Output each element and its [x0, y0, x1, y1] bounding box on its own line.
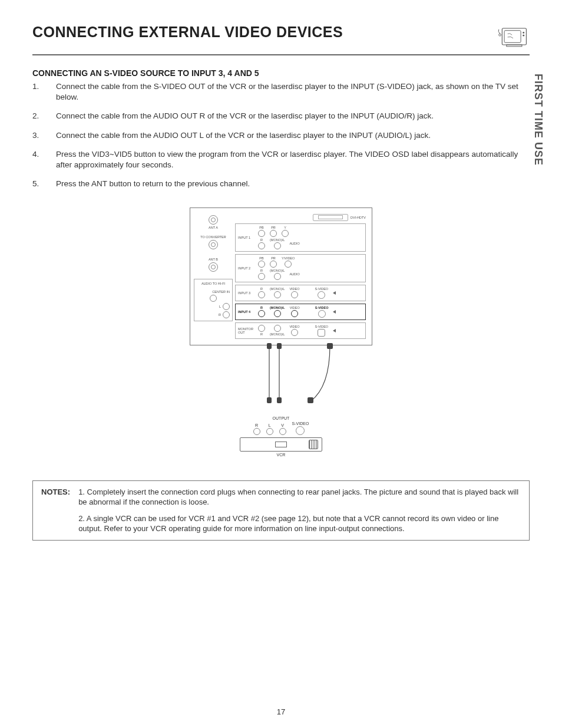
step-text: Connect the cable from the S-VIDEO OUT o…	[56, 81, 530, 103]
step-text: Connect the cable from the AUDIO OUT L o…	[56, 130, 431, 141]
vcr-output-label: OUTPUT	[190, 416, 372, 420]
connection-diagram: ANT A TO CONVERTER ANT B AUDIO TO HI-FI …	[190, 207, 372, 457]
coax-jack-icon	[209, 240, 218, 249]
svg-point-2	[523, 32, 524, 34]
step-text: Connect the cable from the AUDIO OUT R o…	[56, 111, 434, 121]
rca-jack-icon	[223, 311, 230, 318]
input2-panel: INPUT 2 PB PR Y/VIDEO R (MONO)/L	[235, 254, 366, 282]
svg-rect-7	[277, 397, 282, 403]
svg-rect-11	[327, 343, 333, 349]
monitor-out-panel: MONITOR OUT R (MONO)/L VIDEO S-VIDEO	[235, 322, 366, 339]
triangle-left-icon	[333, 329, 336, 332]
page-number: 17	[0, 707, 562, 716]
cable-run-icon	[190, 345, 372, 416]
svg-rect-6	[267, 397, 272, 403]
svideo-jack-icon	[318, 310, 326, 318]
page-title: CONNECTING EXTERNAL VIDEO DEVICES	[32, 24, 343, 41]
vcr-output-jacks: R L V S-VIDEO	[190, 421, 372, 435]
svideo-jack-icon	[318, 291, 325, 299]
vcr-device-icon	[240, 437, 322, 452]
svideo-jack-icon	[296, 426, 305, 435]
rca-jack-icon	[210, 295, 217, 302]
triangle-left-icon	[333, 310, 336, 314]
svg-rect-1	[504, 31, 521, 43]
section-heading: CONNECTING AN S-VIDEO SOURCE TO INPUT 3,…	[32, 68, 530, 78]
coax-jack-icon	[209, 262, 218, 272]
vcr-label: VCR	[190, 453, 372, 457]
svg-rect-4	[507, 45, 522, 47]
step-text: Press the ANT button to return to the pr…	[56, 179, 250, 189]
input3-panel: INPUT 3 R (MONO)/L VIDEO S-VIDEO	[235, 285, 366, 301]
svg-rect-8	[308, 397, 313, 403]
note-item: 1. Completely insert the connection cord…	[78, 487, 521, 508]
notes-box: NOTES: 1. Completely insert the connecti…	[32, 480, 530, 541]
svg-point-3	[523, 35, 524, 37]
svg-rect-10	[277, 343, 282, 349]
dvi-port-icon	[313, 214, 348, 221]
svg-point-5	[499, 34, 501, 36]
rca-jack-icon	[223, 303, 230, 310]
step-text: Press the VID3~VID5 button to view the p…	[56, 149, 530, 170]
side-tab: FIRST TIME USE	[532, 74, 544, 166]
triangle-left-icon	[333, 291, 336, 295]
note-item: 2. A single VCR can be used for VCR #1 a…	[78, 513, 521, 534]
instruction-list: 1.Connect the cable from the S-VIDEO OUT…	[32, 81, 530, 190]
input1-panel: INPUT 1 PB PR Y R (MONO)/L	[235, 223, 366, 252]
tv-icon	[497, 24, 530, 52]
svideo-out-icon	[318, 329, 325, 337]
svg-rect-9	[267, 343, 272, 349]
coax-jack-icon	[209, 215, 218, 225]
notes-label: NOTES:	[41, 487, 70, 534]
input4-panel: INPUT 4 R (MONO)/L VIDEO S-VIDEO	[235, 304, 366, 320]
